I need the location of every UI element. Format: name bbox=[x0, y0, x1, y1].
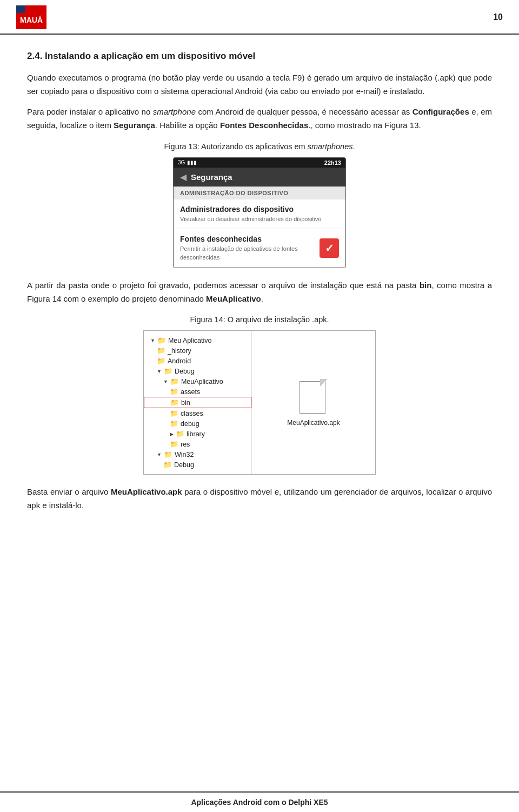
file-label: library bbox=[187, 430, 205, 438]
file-item-debug3: 📁 Debug bbox=[144, 460, 251, 470]
fontes-toggle-checked bbox=[320, 238, 339, 258]
time-display: 22h13 bbox=[324, 159, 341, 166]
file-item-classes: 📁 classes bbox=[144, 408, 251, 418]
figure-14-caption: Figura 14: O arquivo de instalação .apk. bbox=[27, 315, 492, 324]
expand-icon: ▶ bbox=[170, 431, 174, 437]
file-item-debug2: 📁 debug bbox=[144, 418, 251, 429]
folder-icon: 📁 bbox=[157, 336, 166, 344]
figure-13-caption: Figura 13: Autorizando os aplicativos em… bbox=[27, 142, 492, 151]
paragraph-4: Basta enviar o arquivo MeuAplicativo.apk… bbox=[27, 485, 492, 513]
folder-icon: 📁 bbox=[157, 357, 165, 365]
android-item-1-desc: Visualizar ou desativar administradores … bbox=[180, 215, 339, 223]
apk-file-icon bbox=[300, 379, 328, 414]
folder-icon: 📁 bbox=[157, 347, 165, 355]
file-label: _history bbox=[168, 347, 191, 355]
folder-icon: 📁 bbox=[170, 398, 179, 407]
paragraph-3: A partir da pasta onde o projeto foi gra… bbox=[27, 279, 492, 306]
logo-box: MAUÁ bbox=[16, 5, 46, 29]
page-header: MAUÁ 10 bbox=[0, 0, 519, 35]
folder-icon: 📁 bbox=[170, 440, 178, 448]
android-status-bar: 3G ▮▮▮ 22h13 bbox=[174, 158, 345, 168]
folder-icon: 📁 bbox=[176, 430, 184, 438]
paragraph-1: Quando executamos o programa (no botão p… bbox=[27, 71, 492, 98]
file-item-assets: 📁 assets bbox=[144, 387, 251, 397]
file-item-history: 📁 _history bbox=[144, 345, 251, 356]
file-label: Debug bbox=[174, 461, 194, 469]
folder-icon: 📁 bbox=[170, 409, 178, 417]
figure-14-container: ▼ 📁 Meu Aplicativo 📁 _history 📁 Android … bbox=[27, 330, 492, 475]
folder-icon: 📁 bbox=[170, 420, 178, 428]
android-screenshot: 3G ▮▮▮ 22h13 ◀ Segurança ADMINISTRAÇÃO D… bbox=[173, 157, 346, 268]
figure-13-container: 3G ▮▮▮ 22h13 ◀ Segurança ADMINISTRAÇÃO D… bbox=[27, 157, 492, 268]
maua-logo: MAUÁ bbox=[16, 5, 46, 29]
screen-title: Segurança bbox=[191, 172, 232, 182]
file-fold bbox=[320, 379, 328, 387]
android-item-2-text: Fontes desconhecidas Permitir a instalaç… bbox=[180, 235, 320, 262]
folder-icon: 📁 bbox=[170, 388, 178, 396]
svg-text:MAUÁ: MAUÁ bbox=[20, 16, 43, 24]
file-item-library: ▶ 📁 library bbox=[144, 429, 251, 439]
signal-icon: 3G bbox=[178, 159, 185, 165]
file-item-debug: ▼ 📁 Debug bbox=[144, 366, 251, 376]
file-item-meu-aplicativo: ▼ 📁 Meu Aplicativo bbox=[144, 335, 251, 345]
file-label: Debug bbox=[175, 368, 195, 375]
android-title-bar: ◀ Segurança bbox=[174, 168, 345, 187]
file-label: Meu Aplicativo bbox=[168, 337, 212, 344]
file-label: bin bbox=[181, 399, 190, 407]
battery-icon: ▮▮▮ bbox=[187, 159, 197, 165]
file-label: Android bbox=[168, 357, 191, 365]
file-item-res: 📁 res bbox=[144, 439, 251, 449]
folder-icon: 📁 bbox=[163, 461, 172, 469]
footer-text: Aplicações Android com o Delphi XE5 bbox=[191, 798, 328, 807]
android-list-item-1: Administradores do dispositivo Visualiza… bbox=[174, 199, 345, 229]
file-explorer: ▼ 📁 Meu Aplicativo 📁 _history 📁 Android … bbox=[143, 330, 376, 475]
apk-filename: MeuAplicativo.apk bbox=[287, 419, 340, 427]
android-item-2-desc: Permitir a instalação de aplicativos de … bbox=[180, 245, 320, 262]
expand-icon: ▼ bbox=[157, 452, 162, 457]
file-label: res bbox=[181, 441, 190, 448]
android-item-2-title: Fontes desconhecidas bbox=[180, 235, 320, 243]
file-label: debug bbox=[181, 420, 199, 428]
paragraph-2: Para poder instalar o aplicativo no smar… bbox=[27, 105, 492, 132]
file-label: assets bbox=[181, 388, 200, 396]
svg-rect-1 bbox=[16, 5, 25, 13]
folder-icon: 📁 bbox=[164, 367, 172, 375]
file-item-bin: 📁 bin bbox=[144, 397, 251, 408]
page-footer: Aplicações Android com o Delphi XE5 bbox=[0, 791, 519, 812]
expand-icon: ▼ bbox=[150, 338, 155, 343]
android-section-header: ADMINISTRAÇÃO DO DISPOSITIVO bbox=[174, 187, 345, 199]
file-label: classes bbox=[181, 410, 203, 417]
file-label: Win32 bbox=[175, 451, 194, 458]
android-list-item-2: Fontes desconhecidas Permitir a instalaç… bbox=[174, 229, 345, 268]
file-item-meuaplicativo: ▼ 📁 MeuAplicativo bbox=[144, 376, 251, 387]
file-label: MeuAplicativo bbox=[181, 378, 223, 385]
file-item-android: 📁 Android bbox=[144, 356, 251, 366]
expand-icon: ▼ bbox=[157, 369, 162, 374]
file-item-win32: ▼ 📁 Win32 bbox=[144, 449, 251, 460]
folder-icon: 📁 bbox=[170, 377, 179, 385]
folder-icon: 📁 bbox=[164, 450, 172, 458]
back-button-icon: ◀ bbox=[180, 172, 187, 182]
status-icons: 3G ▮▮▮ bbox=[178, 159, 197, 165]
file-tree: ▼ 📁 Meu Aplicativo 📁 _history 📁 Android … bbox=[144, 331, 252, 474]
main-content: 2.4. Instalando a aplicação em um dispos… bbox=[0, 35, 519, 536]
expand-icon: ▼ bbox=[163, 379, 168, 384]
page-number: 10 bbox=[493, 12, 503, 22]
section-heading: 2.4. Instalando a aplicação em um dispos… bbox=[27, 50, 492, 63]
android-item-1-title: Administradores do dispositivo bbox=[180, 205, 339, 214]
apk-section: MeuAplicativo.apk bbox=[252, 331, 375, 474]
